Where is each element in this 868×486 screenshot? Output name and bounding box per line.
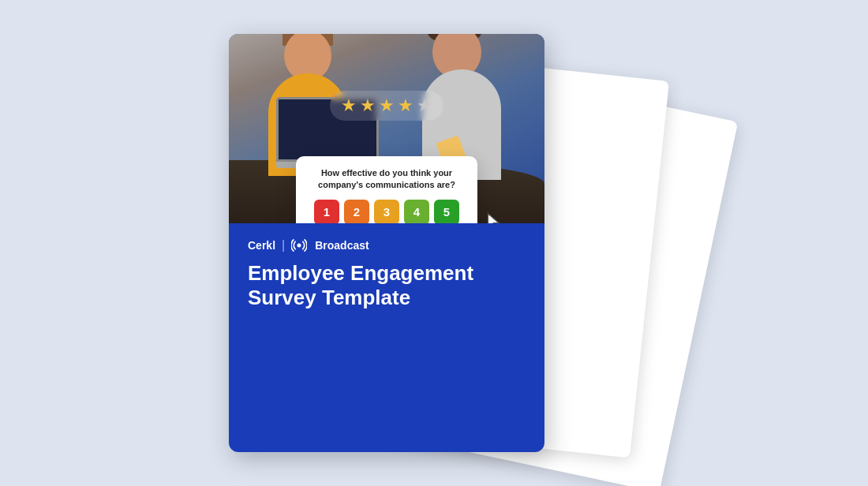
rating-3[interactable]: 3 — [374, 200, 399, 223]
brand-divider: | — [282, 238, 285, 252]
scene: n the direction ny? SomewhatConfident Hi… — [166, 30, 702, 456]
svg-marker-0 — [488, 213, 499, 223]
survey-popup: How effective do you think your company'… — [296, 156, 477, 223]
star-1: ★ — [341, 95, 357, 116]
cursor-icon — [485, 212, 504, 223]
rating-4[interactable]: 4 — [404, 200, 429, 223]
star-2: ★ — [360, 95, 376, 116]
survey-question: How effective do you think your company'… — [309, 167, 465, 192]
brand-row: Cerkl | Broadcast — [248, 237, 526, 253]
rating-2[interactable]: 2 — [344, 200, 369, 223]
star-3: ★ — [379, 95, 395, 116]
star-5: ★ — [417, 95, 432, 116]
star-4: ★ — [398, 95, 413, 116]
card-title: Employee Engagement Survey Template — [248, 261, 526, 310]
rating-boxes: 1 2 3 4 5 — [309, 200, 465, 223]
card-title-line2: Survey Template — [248, 286, 410, 309]
brand-broadcast: Broadcast — [315, 239, 369, 252]
brand-cerkl: Cerkl — [248, 239, 275, 252]
main-card: ★ ★ ★ ★ ★ How effective do you think you… — [229, 34, 544, 452]
card-title-line1: Employee Engagement — [248, 261, 473, 285]
card-photo: ★ ★ ★ ★ ★ How effective do you think you… — [229, 34, 544, 223]
broadcast-icon — [291, 237, 307, 253]
svg-point-1 — [297, 244, 301, 248]
stars-rating: ★ ★ ★ ★ ★ — [330, 91, 443, 121]
rating-5[interactable]: 5 — [434, 200, 459, 223]
card-content: Cerkl | Broadcast Employee Engagement Su… — [229, 223, 544, 324]
rating-1[interactable]: 1 — [314, 200, 339, 223]
